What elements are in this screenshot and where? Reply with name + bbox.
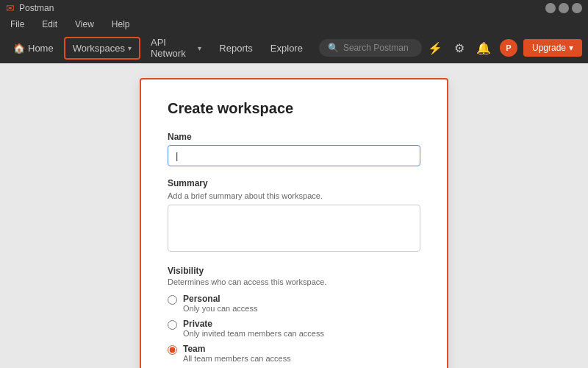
api-network-chevron-icon: ▾ [198, 44, 201, 52]
avatar[interactable]: P [500, 39, 517, 57]
name-field-group: Name [168, 132, 420, 166]
nav-explore-label: Explore [270, 43, 303, 54]
visibility-personal-option[interactable]: Personal Only you can access [168, 294, 420, 313]
nav-right: ⚡ ⚙ 🔔 P Upgrade ▾ [425, 38, 582, 58]
summary-input[interactable] [168, 205, 420, 252]
dialog-title: Create workspace [168, 100, 420, 117]
name-label: Name [168, 132, 420, 142]
main-content: Create workspace Name Summary Add a brie… [0, 63, 588, 368]
menu-view[interactable]: View [71, 18, 98, 31]
title-bar-controls [545, 3, 582, 13]
maximize-button[interactable] [559, 3, 569, 13]
menu-help[interactable]: Help [107, 18, 135, 31]
nav-reports[interactable]: Reports [212, 38, 260, 58]
title-bar-title: Postman [19, 3, 54, 13]
postman-logo-icon: ✉ [6, 2, 15, 14]
nav-bar: 🏠 Home Workspaces ▾ API Network ▾ Report… [0, 32, 588, 63]
menu-edit[interactable]: Edit [37, 18, 62, 31]
visibility-hint: Determines who can access this workspace… [168, 277, 420, 286]
settings-icon[interactable]: ⚙ [451, 38, 467, 58]
summary-field-group: Summary Add a brief summary about this w… [168, 178, 420, 254]
workspaces-chevron-icon: ▾ [128, 44, 132, 52]
nav-workspaces-label: Workspaces [73, 43, 125, 54]
nav-reports-label: Reports [219, 43, 253, 54]
close-button[interactable] [572, 3, 582, 13]
visibility-private-option[interactable]: Private Only invited team members can ac… [168, 319, 420, 338]
sync-icon[interactable]: ⚡ [425, 38, 445, 58]
visibility-personal-text: Personal Only you can access [183, 294, 258, 313]
visibility-team-radio[interactable] [168, 345, 177, 355]
search-placeholder: Search Postman [343, 43, 409, 53]
minimize-button[interactable] [545, 3, 556, 13]
upgrade-button[interactable]: Upgrade ▾ [523, 39, 582, 57]
nav-api-network[interactable]: API Network ▾ [143, 32, 209, 63]
visibility-label: Visibility [168, 266, 420, 276]
visibility-private-radio[interactable] [168, 320, 177, 330]
create-workspace-dialog: Create workspace Name Summary Add a brie… [140, 78, 448, 368]
menu-file[interactable]: File [6, 18, 29, 31]
title-bar-left: ✉ Postman [6, 2, 54, 14]
visibility-personal-name: Personal [183, 294, 258, 304]
upgrade-label: Upgrade [532, 43, 566, 53]
visibility-team-text: Team All team members can access [183, 344, 291, 363]
visibility-team-name: Team [183, 344, 291, 354]
summary-label: Summary [168, 178, 420, 188]
nav-workspaces[interactable]: Workspaces ▾ [64, 37, 140, 60]
nav-explore[interactable]: Explore [263, 38, 310, 58]
nav-api-network-label: API Network [151, 37, 195, 59]
nav-home-label: Home [28, 43, 54, 54]
nav-home[interactable]: 🏠 Home [6, 38, 61, 58]
visibility-personal-desc: Only you can access [183, 304, 258, 313]
title-bar: ✉ Postman [0, 0, 588, 16]
visibility-private-name: Private [183, 319, 324, 329]
visibility-personal-radio[interactable] [168, 295, 177, 305]
visibility-private-desc: Only invited team members can access [183, 329, 324, 338]
visibility-team-option[interactable]: Team All team members can access [168, 344, 420, 363]
summary-hint: Add a brief summary about this workspace… [168, 191, 420, 200]
notifications-icon[interactable]: 🔔 [473, 38, 494, 58]
search-bar[interactable]: 🔍 Search Postman [319, 39, 422, 57]
name-input[interactable] [168, 145, 420, 166]
upgrade-chevron-icon: ▾ [569, 43, 573, 53]
home-icon: 🏠 [13, 43, 25, 54]
menu-bar: File Edit View Help [0, 16, 588, 32]
visibility-team-desc: All team members can access [183, 354, 291, 363]
visibility-group: Visibility Determines who can access thi… [168, 266, 420, 368]
visibility-private-text: Private Only invited team members can ac… [183, 319, 324, 338]
search-icon: 🔍 [328, 43, 339, 53]
